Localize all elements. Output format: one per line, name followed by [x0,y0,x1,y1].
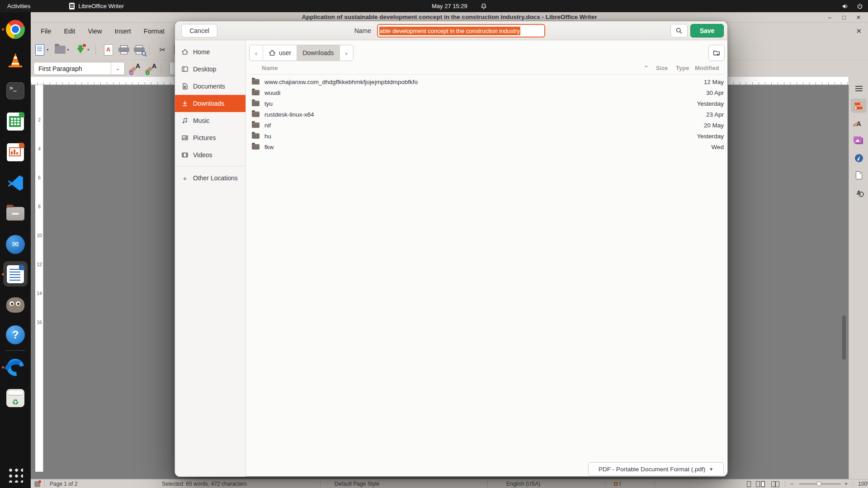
file-format-dropdown[interactable]: PDF - Portable Document Format (.pdf) ▼ [588,462,724,476]
minimize-button[interactable]: – [825,13,835,22]
save-status-indicator[interactable] [34,479,40,488]
path-segment-downloads[interactable]: Downloads [297,45,340,61]
view-layout-book[interactable] [769,479,779,488]
dock-item-thunderbird[interactable]: ✉ [0,232,31,257]
dock-item-file-manager[interactable] [0,201,31,226]
file-row[interactable]: fkw Wed [246,141,728,152]
insert-mode-status[interactable]: I [614,479,621,488]
page-number-status[interactable]: Page 1 of 2 [50,479,77,488]
sidebar-item-music[interactable]: Music [175,112,245,129]
filename-input[interactable]: able development concept in the construc… [377,24,545,38]
sidebar-tab-gallery[interactable] [851,134,867,148]
clock-menu[interactable]: May 27 15:29 [432,0,487,12]
clone-formatting-button[interactable]: A ⊘ [128,62,141,75]
zoom-slider-track[interactable] [799,483,841,484]
sidebar-item-other-locations[interactable]: + Other Locations [175,169,245,187]
export-pdf-button[interactable] [102,43,115,56]
column-header-modified[interactable]: Modified [695,65,719,71]
file-row[interactable]: nif 20 May [246,120,728,131]
zoom-slider-knob[interactable] [816,481,821,486]
new-folder-button[interactable] [708,45,725,61]
file-row[interactable]: www.chajianxw.com_dhdgffkkebhmkfjojejmpb… [246,76,728,87]
file-modified: 20 May [704,122,724,129]
menu-format[interactable]: Format [144,28,165,35]
column-header-size[interactable]: Size [656,65,668,71]
sidebar-tab-properties[interactable] [851,99,867,113]
zoom-out-button[interactable]: − [790,479,793,488]
search-button[interactable] [670,24,688,38]
cancel-button[interactable]: Cancel [181,24,217,38]
sidebar-item-pictures[interactable]: Pictures [175,129,245,146]
sort-indicator-icon[interactable]: ⌃ [644,65,649,71]
paragraph-style-dropdown-icon[interactable]: ⌄ [111,62,124,75]
page-style-status[interactable]: Default Page Style [335,479,379,488]
path-back-button[interactable]: ‹ [250,45,263,61]
save-dropdown[interactable]: ▾ [87,47,92,52]
dock-item-app-grid[interactable] [0,462,31,488]
file-row[interactable]: hu Yesterday [246,131,728,141]
dock-item-vscode[interactable] [0,170,31,196]
sidebar-tab-style-inspector[interactable]: A [851,185,867,200]
file-row[interactable]: tyu Yesterday [246,98,728,109]
overwrite-mode-icon [614,482,618,486]
dock-item-terminal[interactable]: >_ [0,78,31,103]
open-file-dropdown[interactable]: ▾ [67,47,71,52]
terminal-icon: >_ [6,82,24,99]
dock-item-libreoffice-writer[interactable] [0,262,31,287]
zoom-level-status[interactable]: 100% [858,479,868,488]
path-forward-button[interactable]: › [340,45,353,61]
save-button[interactable] [74,43,87,56]
menu-view[interactable]: View [88,28,102,35]
new-document-dropdown[interactable]: ▾ [47,47,51,52]
menu-edit[interactable]: Edit [64,28,75,35]
document-scrollbar[interactable] [842,315,846,360]
view-layout-single[interactable] [747,479,753,488]
menu-insert[interactable]: Insert [115,28,131,35]
sidebar-item-videos[interactable]: Videos [175,146,245,164]
file-row[interactable]: rustdesk-linux-x64 23 Apr [246,109,728,120]
zoom-in-button[interactable]: + [844,479,848,488]
sidebar-item-documents[interactable]: Documents [175,78,245,95]
file-name: fkw [264,144,274,150]
sidebar-item-downloads[interactable]: Downloads [175,95,245,112]
focused-app-menu[interactable]: LibreOffice Writer [69,3,124,9]
dock-item-chrome[interactable] [0,17,31,42]
zoom-slider[interactable] [796,479,844,488]
system-status-menu[interactable] [842,0,863,12]
file-row[interactable]: wuudi 30 Apr [246,87,728,98]
close-document-button[interactable]: ✕ [856,23,862,40]
print-button[interactable] [118,43,130,56]
dock-item-gimp[interactable] [0,292,31,318]
sidebar-settings-button[interactable] [851,81,867,96]
print-preview-button[interactable] [133,43,146,56]
path-segment-home[interactable]: user [263,45,297,61]
column-header-type[interactable]: Type [676,65,689,71]
dock-item-trash[interactable]: ♻ [0,385,31,411]
sidebar-tab-styles[interactable]: A [851,117,867,131]
sidebar-item-desktop[interactable]: Desktop [175,61,245,78]
dock-item-libreoffice-calc[interactable] [0,109,31,134]
paragraph-style-combobox[interactable]: First Paragraph ⌄ [33,62,125,75]
cut-button[interactable]: ✂ [156,43,169,56]
save-button[interactable]: Save [690,24,724,38]
file-name: tyu [264,100,273,107]
maximize-button[interactable]: □ [839,13,849,22]
vertical-ruler[interactable]: 2 4 6 8 10 12 14 16 [35,85,43,472]
menu-file[interactable]: File [41,28,51,35]
dock-item-help[interactable]: ? [0,322,31,347]
language-status[interactable]: English (USA) [506,479,540,488]
clone-formatting-plus-button[interactable]: A + [145,62,157,75]
sidebar-item-home[interactable]: Home [175,43,245,61]
column-header-name[interactable]: Name [262,65,278,71]
dock-item-vlc[interactable] [0,47,31,73]
sidebar-tab-navigator[interactable] [851,151,867,165]
dock-item-sync-app[interactable] [0,355,31,380]
open-file-button[interactable] [54,43,66,56]
dock-item-libreoffice-impress[interactable] [0,140,31,165]
sidebar-tab-page[interactable] [851,168,867,183]
word-count-status[interactable]: Selected: 65 words, 472 characters [162,479,247,488]
new-document-button[interactable] [33,43,46,56]
view-layout-multi[interactable] [756,479,767,488]
window-close-button[interactable]: ✕ [854,13,863,22]
activities-button[interactable]: Activities [7,3,30,9]
